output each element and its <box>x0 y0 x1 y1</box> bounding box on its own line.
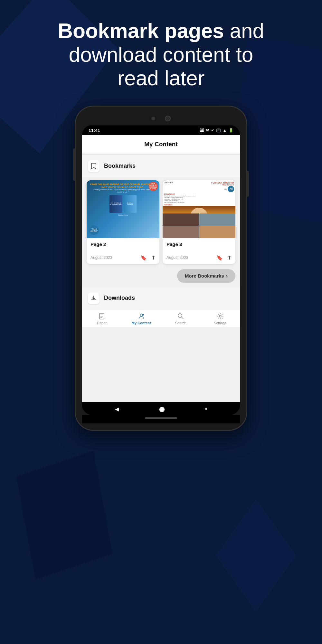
card-1-bookmark-icon[interactable]: 🔖 <box>140 255 147 261</box>
image-icon: 🖼 <box>200 128 204 133</box>
mag-title-area: FORTEAN TIMES 434 VDay: fortean 7 age 70 <box>211 182 234 193</box>
volume-up-button <box>73 148 75 163</box>
phone-camera-area <box>82 113 240 125</box>
bookmark-card-1[interactable]: FROM THE SAME AUTHOR OF 'OUT OF HAND IN … <box>87 180 159 264</box>
svg-point-6 <box>178 314 182 317</box>
card-2-footer: August 2023 🔖 ⬆ <box>163 253 235 264</box>
android-nav-bar: ◀ ⬤ ▪ <box>82 402 240 415</box>
book-cover-blurb: "Avoiding carnivores in the Kenyan count… <box>89 189 157 193</box>
email-icon: ✉ <box>206 128 209 133</box>
my-content-icon <box>138 313 145 320</box>
mini-book-1: OUT OF HAND IN A FOREIGN LAND <box>109 195 122 213</box>
phone-screen: 11:41 🖼 ✉ ✓ 📳 ▲ 🔋 My Content <box>82 125 240 415</box>
mag-inner: CONTENTS FORTEAN TIMES 434 VDay: fortean… <box>163 180 235 238</box>
app-title: My Content <box>144 141 177 147</box>
card-1-footer: August 2023 🔖 ⬆ <box>87 253 159 264</box>
mag-main-image: figure <box>163 206 235 213</box>
back-button[interactable]: ◀ <box>115 406 119 412</box>
mag-cell-3 <box>163 226 199 238</box>
vibrate-icon: 📳 <box>216 128 221 133</box>
svg-point-8 <box>219 315 221 317</box>
bookmarks-cards-row: FROM THE SAME AUTHOR OF 'OUT OF HAND IN … <box>82 177 240 267</box>
book-cover-1: FROM THE SAME AUTHOR OF 'OUT OF HAND IN … <box>87 180 159 238</box>
svg-line-7 <box>182 317 183 319</box>
bookmarks-section-header: Bookmarks <box>82 155 240 177</box>
card-2-page: Page 3 <box>166 242 232 247</box>
phone-mockup: 11:41 🖼 ✉ ✓ 📳 ▲ 🔋 My Content <box>0 103 322 430</box>
card-1-image: FROM THE SAME AUTHOR OF 'OUT OF HAND IN … <box>87 180 159 238</box>
svg-point-4 <box>140 314 142 316</box>
nav-item-search[interactable]: Search <box>161 313 201 325</box>
card-2-image: CONTENTS FORTEAN TIMES 434 VDay: fortean… <box>163 180 235 238</box>
bookmark-card-2[interactable]: CONTENTS FORTEAN TIMES 434 VDay: fortean… <box>163 180 235 264</box>
wifi-icon: ▲ <box>223 128 227 133</box>
card-2-date: August 2023 <box>166 255 188 260</box>
app-header: My Content <box>82 135 240 154</box>
camera-main <box>165 116 171 121</box>
nav-label-paper: Paper <box>97 321 107 325</box>
home-indicator <box>145 417 177 419</box>
bookmarks-title: Bookmarks <box>104 163 136 169</box>
settings-icon <box>217 313 224 320</box>
card-1-share-icon[interactable]: ⬆ <box>151 255 156 261</box>
nav-label-settings: Settings <box>214 321 227 325</box>
book-cover-books: OUT OF HAND IN A FOREIGN LAND Ill at Eas… <box>89 195 157 213</box>
home-indicator-row <box>82 415 240 423</box>
volume-down-button <box>73 166 75 181</box>
download-icon-box <box>88 292 99 304</box>
svg-point-5 <box>142 314 144 315</box>
mag-cell-1 <box>163 213 199 226</box>
bottom-navigation: Paper My Content <box>82 309 240 327</box>
card-1-page: Page 2 <box>90 242 156 247</box>
more-bookmarks-button[interactable]: More Bookmarks › <box>177 269 235 283</box>
nav-item-my-content[interactable]: My Content <box>122 313 161 325</box>
card-1-info: Page 2 <box>87 238 159 253</box>
card-1-actions[interactable]: 🔖 ⬆ <box>140 255 156 261</box>
phone-body: 11:41 🖼 ✉ ✓ 📳 ▲ 🔋 My Content <box>76 107 246 430</box>
good-badge: "Good and that" <box>89 225 99 235</box>
downloads-section-header: Downloads <box>82 287 240 309</box>
status-time: 11:41 <box>89 128 100 133</box>
search-icon <box>177 313 184 320</box>
download-icon <box>91 295 97 301</box>
paper-icon <box>98 313 105 320</box>
hero-section: Bookmark pages anddownload content torea… <box>0 0 322 103</box>
bookmark-icon-box <box>88 160 99 172</box>
chevron-right-icon: › <box>226 273 228 279</box>
nav-label-my-content: My Content <box>132 321 151 325</box>
card-2-share-icon[interactable]: ⬆ <box>227 255 232 261</box>
home-button[interactable]: ⬤ <box>159 406 165 412</box>
camera-dot-left <box>151 117 155 120</box>
nav-item-settings[interactable]: Settings <box>201 313 240 325</box>
mini-book-2: Ill at Ease Overseas <box>124 195 137 213</box>
card-2-info: Page 3 <box>163 238 235 253</box>
recents-button[interactable]: ▪ <box>205 406 207 412</box>
book-cover-author: FROM THE SAME AUTHOR OF 'OUT OF HAND IN … <box>89 183 157 189</box>
mag-cell-2 <box>199 213 236 226</box>
nav-item-paper[interactable]: Paper <box>82 313 122 325</box>
check-icon: ✓ <box>211 128 214 133</box>
new-book-badge: NEW BOOK BY STEPHEN KORAL <box>149 182 158 191</box>
mag-top-row: CONTENTS FORTEAN TIMES 434 VDay: fortean… <box>163 180 235 194</box>
mag-cell-4 <box>199 226 236 238</box>
status-bar: 11:41 🖼 ✉ ✓ 📳 ▲ 🔋 <box>82 125 240 135</box>
nav-label-search: Search <box>175 321 186 325</box>
card-2-bookmark-icon[interactable]: 🔖 <box>216 255 223 261</box>
hero-headline: Bookmark pages anddownload content torea… <box>19 19 303 90</box>
downloads-title: Downloads <box>104 295 135 301</box>
more-bookmarks-row: More Bookmarks › <box>82 267 240 287</box>
battery-icon: 🔋 <box>229 128 233 133</box>
magazine-cover: CONTENTS FORTEAN TIMES 434 VDay: fortean… <box>163 180 235 238</box>
status-icons: 🖼 ✉ ✓ 📳 ▲ 🔋 <box>200 128 233 133</box>
bookmark-icon <box>91 163 97 170</box>
app-content-area: My Content Bookmarks <box>82 135 240 402</box>
mag-grid <box>163 213 235 238</box>
card-1-date: August 2023 <box>90 255 112 260</box>
mag-contents-label: CONTENTS <box>164 182 173 184</box>
card-2-actions[interactable]: 🔖 ⬆ <box>216 255 232 261</box>
